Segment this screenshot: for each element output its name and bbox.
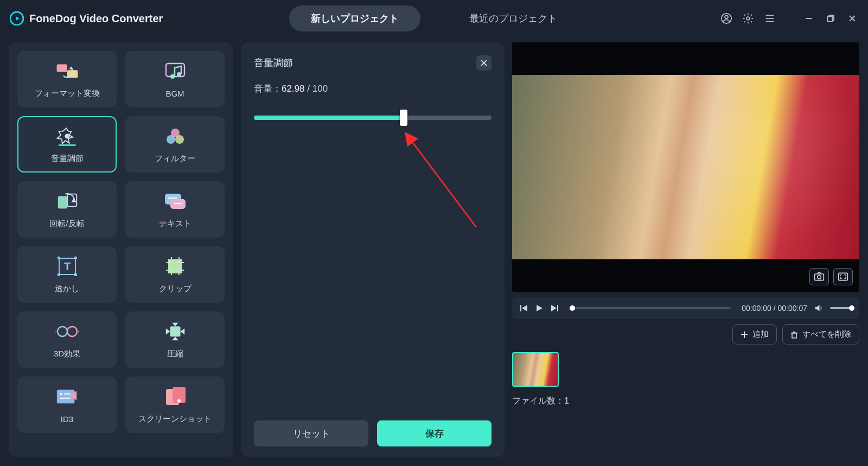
tool-tile-format-convert[interactable]: フォーマット変換	[17, 51, 117, 107]
fullscreen-button[interactable]	[833, 268, 853, 285]
snapshot-button[interactable]	[809, 268, 829, 285]
svg-marker-64	[522, 305, 527, 311]
tool-sidebar-scroll[interactable]: フォーマット変換 BGM 音量調節 フィルター 回転/反転 テキスト T 透かし…	[17, 51, 230, 449]
reset-button[interactable]: リセット	[254, 420, 368, 446]
tool-tile-text[interactable]: テキスト	[125, 181, 225, 238]
annotation-arrow-icon	[400, 130, 520, 249]
settings-gear-icon[interactable]	[742, 12, 754, 24]
svg-point-16	[170, 74, 175, 79]
window-minimize-button[interactable]	[803, 12, 815, 24]
delete-all-label: すべてを削除	[802, 329, 851, 340]
tool-tile-label: 圧縮	[167, 349, 183, 359]
add-file-button[interactable]: 追加	[732, 324, 777, 344]
file-count-value: 1	[564, 396, 569, 405]
tool-tile-compress[interactable]: 圧縮	[125, 311, 225, 368]
svg-marker-48	[172, 336, 178, 340]
svg-marker-1	[16, 16, 20, 21]
playback-buttons	[520, 304, 559, 312]
project-tabs: 新しいプロジェクト 最近のプロジェクト	[289, 5, 579, 31]
svg-point-4	[746, 17, 750, 20]
file-count-prefix: ファイル数：	[512, 396, 564, 405]
svg-point-55	[177, 399, 181, 403]
svg-rect-33	[74, 257, 77, 259]
tab-new-project[interactable]: 新しいプロジェクト	[289, 5, 420, 31]
tool-tile-screenshot[interactable]: スクリーンショット	[125, 376, 225, 433]
tool-tile-label: BGM	[165, 89, 184, 98]
svg-rect-63	[520, 305, 521, 311]
tool-tile-label: フォーマット変換	[35, 88, 100, 99]
slider-fill	[254, 116, 404, 120]
file-thumb-row	[512, 352, 859, 387]
main-layout: フォーマット変換 BGM 音量調節 フィルター 回転/反転 テキスト T 透かし…	[0, 37, 868, 466]
player-controls: 00:00:00 / 00:00:07	[512, 297, 859, 319]
right-column: 00:00:00 / 00:00:07 追加 すべてを削除	[512, 42, 859, 457]
window-maximize-button[interactable]	[825, 12, 837, 24]
tab-recent-projects[interactable]: 最近のプロジェクト	[448, 5, 579, 31]
mini-volume-slider[interactable]	[830, 307, 852, 309]
menu-icon[interactable]	[764, 12, 776, 24]
svg-marker-45	[165, 328, 170, 335]
panel-header: 音量調節	[254, 55, 492, 71]
panel-footer: リセット 保存	[254, 420, 492, 446]
tool-tile-filter[interactable]: フィルター	[125, 116, 225, 173]
svg-marker-14	[69, 66, 73, 69]
tool-tile-clip[interactable]: クリップ	[125, 246, 225, 303]
play-button[interactable]	[535, 304, 544, 312]
file-actions: 追加 すべてを削除	[512, 324, 859, 344]
title-icon-group	[720, 12, 858, 24]
tool-tile-label: ID3	[61, 414, 73, 424]
filter-icon	[163, 125, 188, 147]
slider-track	[254, 116, 492, 120]
svg-point-17	[177, 72, 181, 76]
svg-rect-36	[168, 259, 182, 273]
svg-point-42	[67, 326, 77, 336]
svg-rect-32	[58, 257, 60, 259]
app-logo-group: FoneDog Video Converter	[10, 11, 163, 25]
svg-rect-62	[839, 273, 848, 280]
file-count: ファイル数：1	[512, 395, 859, 407]
svg-point-3	[725, 15, 728, 18]
progress-handle[interactable]	[570, 305, 575, 311]
svg-rect-23	[58, 196, 67, 208]
settings-panel: 音量調節 音量：62.98 / 100	[241, 42, 505, 457]
prev-button[interactable]	[520, 304, 528, 312]
save-button[interactable]: 保存	[377, 420, 492, 446]
tool-tile-rotate-flip[interactable]: 回転/反転	[17, 181, 117, 238]
tool-tile-bgm[interactable]: BGM	[125, 51, 225, 107]
tool-tile-3d-effect[interactable]: 3D効果	[17, 311, 117, 368]
svg-rect-67	[557, 305, 558, 311]
tool-tile-label: 音量調節	[51, 154, 84, 164]
volume-adjust-icon	[55, 125, 80, 147]
tool-tile-label: クリップ	[159, 284, 192, 294]
volume-slider[interactable]	[254, 111, 492, 124]
volume-prefix: 音量：	[254, 84, 282, 94]
time-current: 00:00:00	[742, 304, 771, 312]
tool-tile-label: スクリーンショット	[138, 414, 212, 424]
svg-text:T: T	[63, 260, 70, 272]
volume-icon[interactable]	[814, 303, 824, 313]
delete-all-button[interactable]: すべてを削除	[782, 324, 859, 344]
svg-rect-35	[74, 273, 77, 276]
window-close-button[interactable]	[846, 12, 858, 24]
time-separator: /	[771, 304, 778, 312]
tool-tile-watermark[interactable]: T 透かし	[17, 246, 117, 303]
svg-point-18	[65, 133, 69, 138]
next-button[interactable]	[550, 304, 559, 312]
tool-tile-label: フィルター	[155, 154, 195, 164]
file-thumbnail[interactable]	[512, 352, 559, 387]
account-icon[interactable]	[720, 12, 732, 24]
svg-marker-47	[172, 322, 178, 326]
panel-body	[254, 124, 492, 420]
svg-point-22	[175, 135, 184, 144]
progress-bar[interactable]	[570, 307, 731, 309]
tool-tile-volume-adjust[interactable]: 音量調節	[17, 116, 117, 173]
3d-effect-icon	[55, 321, 80, 342]
panel-close-button[interactable]	[476, 55, 492, 71]
tool-sidebar: フォーマット変換 BGM 音量調節 フィルター 回転/反転 テキスト T 透かし…	[9, 42, 233, 457]
format-convert-icon	[55, 60, 80, 82]
compress-icon	[163, 321, 188, 342]
clip-icon	[163, 256, 188, 277]
slider-thumb[interactable]	[400, 110, 407, 126]
tool-tile-id3[interactable]: ID3	[17, 376, 117, 433]
tool-tile-label: 透かし	[55, 284, 79, 294]
